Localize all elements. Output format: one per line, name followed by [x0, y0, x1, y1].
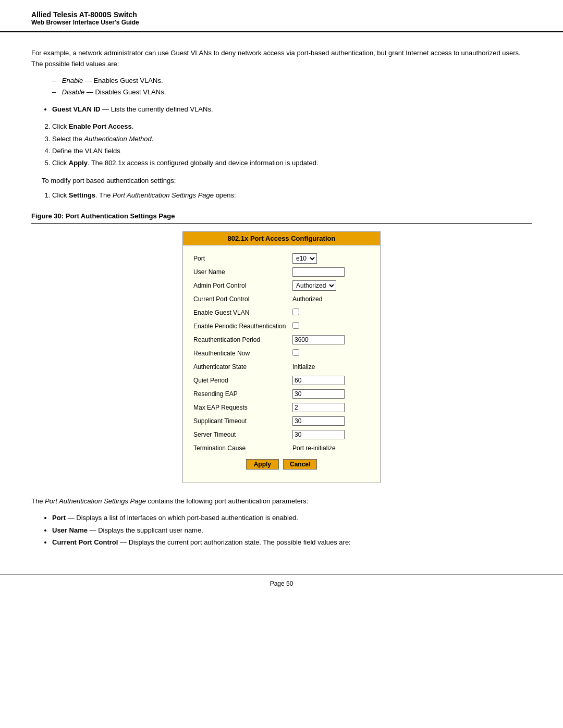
control-current-port-control: Authorized	[292, 295, 370, 303]
control-max-eap[interactable]	[292, 403, 370, 412]
bullet-disable: Disable — Disables Guest VLANs.	[47, 87, 532, 98]
form-row-current-port-control: Current Port Control Authorized	[193, 293, 370, 305]
form-row-max-eap: Max EAP Requests	[193, 402, 370, 413]
current-port-control-value: Authorized	[292, 295, 322, 303]
form-row-quiet-period: Quiet Period	[193, 375, 370, 386]
dot-list-guestvlanid: Guest VLAN ID — Lists the currently defi…	[52, 103, 532, 115]
label-reauth-now: Reauthenticate Now	[193, 350, 292, 357]
page-header: Allied Telesis AT-8000S Switch Web Brows…	[0, 0, 563, 32]
bullet-username: User Name — Displays the supplicant user…	[52, 524, 532, 536]
label-enable-guest-vlan: Enable Guest VLAN	[193, 309, 292, 316]
form-title: 802.1x Port Access Configuration	[183, 232, 380, 245]
label-termination-cause: Termination Cause	[193, 445, 292, 452]
control-resending-eap[interactable]	[292, 389, 370, 399]
form-row-supplicant-timeout: Supplicant Timeout	[193, 415, 370, 427]
modify-step-1: Click Settings. The Port Authentication …	[52, 189, 532, 201]
label-server-timeout: Server Timeout	[193, 431, 292, 438]
form-buttons: Apply Cancel	[193, 459, 370, 470]
form-row-resending-eap: Resending EAP	[193, 388, 370, 400]
quiet-period-input[interactable]	[292, 376, 345, 385]
form-row-admin-port-control: Admin Port Control Authorized	[193, 280, 370, 291]
form-panel: 802.1x Port Access Configuration Port e1…	[182, 231, 381, 483]
auth-state-value: Initialize	[292, 363, 315, 371]
enable-periodic-reauth-checkbox[interactable]	[292, 322, 299, 329]
label-username: User Name	[193, 268, 292, 276]
label-reauth-period: Reauthentication Period	[193, 336, 292, 343]
termination-cause-value: Port re-initialize	[292, 445, 336, 452]
form-container: 802.1x Port Access Configuration Port e1…	[31, 231, 532, 483]
form-row-termination-cause: Termination Cause Port re-initialize	[193, 442, 370, 454]
form-row-enable-periodic-reauth: Enable Periodic Reauthentication	[193, 320, 370, 332]
page-footer: Page 50	[0, 574, 563, 593]
enable-guest-vlan-checkbox[interactable]	[292, 309, 299, 315]
step-2: Click Enable Port Access.	[52, 120, 532, 132]
label-auth-state: Authenticator State	[193, 363, 292, 371]
control-supplicant-timeout[interactable]	[292, 416, 370, 426]
label-supplicant-timeout: Supplicant Timeout	[193, 417, 292, 425]
reauth-period-input[interactable]	[292, 335, 345, 344]
bullet-current-port-control: Current Port Control — Displays the curr…	[52, 536, 532, 548]
supplicant-timeout-input[interactable]	[292, 416, 345, 426]
header-subtitle: Web Browser Interface User's Guide	[31, 19, 532, 26]
resending-eap-input[interactable]	[292, 389, 345, 399]
cancel-button[interactable]: Cancel	[283, 459, 317, 470]
label-quiet-period: Quiet Period	[193, 377, 292, 384]
control-server-timeout[interactable]	[292, 430, 370, 439]
step-5: Click Apply. The 802.1x access is config…	[52, 157, 532, 169]
max-eap-input[interactable]	[292, 403, 345, 412]
label-port: Port	[193, 255, 292, 262]
control-reauth-now[interactable]	[292, 349, 370, 357]
numbered-steps: Click Enable Port Access. Select the Aut…	[31, 120, 532, 169]
control-quiet-period[interactable]	[292, 376, 370, 385]
post-figure-bullets: Port — Displays a list of interfaces on …	[52, 512, 532, 548]
figure-caption: Figure 30: Port Authentication Settings …	[31, 212, 532, 224]
apply-button[interactable]: Apply	[246, 459, 279, 470]
form-row-port: Port e10	[193, 253, 370, 264]
control-username[interactable]	[292, 267, 370, 277]
form-body: Port e10 User Name Admin Po	[183, 245, 380, 475]
form-row-enable-guest-vlan: Enable Guest VLAN	[193, 307, 370, 318]
control-admin-port-control[interactable]: Authorized	[292, 280, 370, 291]
control-enable-guest-vlan[interactable]	[292, 309, 370, 317]
control-auth-state: Initialize	[292, 363, 370, 371]
label-resending-eap: Resending EAP	[193, 390, 292, 398]
control-termination-cause: Port re-initialize	[292, 445, 370, 452]
control-reauth-period[interactable]	[292, 335, 370, 344]
header-title: Allied Telesis AT-8000S Switch	[31, 10, 532, 19]
bullet-enable: Enable — Enables Guest VLANs.	[47, 75, 532, 87]
bullet-list-enable-disable: Enable — Enables Guest VLANs. Disable — …	[47, 75, 532, 98]
control-enable-periodic-reauth[interactable]	[292, 322, 370, 330]
form-row-username: User Name	[193, 266, 370, 278]
bullet-guestvlanid: Guest VLAN ID — Lists the currently defi…	[52, 103, 532, 115]
form-row-reauth-now: Reauthenticate Now	[193, 348, 370, 359]
port-select[interactable]: e10	[292, 253, 317, 264]
form-row-reauth-period: Reauthentication Period	[193, 334, 370, 346]
modify-text: To modify port based authentication sett…	[42, 175, 532, 187]
reauth-now-checkbox[interactable]	[292, 349, 299, 356]
label-admin-port-control: Admin Port Control	[193, 282, 292, 289]
label-enable-periodic-reauth: Enable Periodic Reauthentication	[193, 323, 292, 330]
intro-paragraph: For example, a network administrator can…	[31, 48, 532, 70]
modify-steps: Click Settings. The Port Authentication …	[31, 189, 532, 201]
username-input[interactable]	[292, 267, 345, 277]
label-max-eap: Max EAP Requests	[193, 404, 292, 411]
step-3: Select the Authentication Method.	[52, 133, 532, 145]
admin-port-control-select[interactable]: Authorized	[292, 280, 336, 291]
form-row-server-timeout: Server Timeout	[193, 429, 370, 440]
step-4: Define the VLAN fields	[52, 145, 532, 157]
bullet-port: Port — Displays a list of interfaces on …	[52, 512, 532, 524]
form-row-auth-state: Authenticator State Initialize	[193, 361, 370, 373]
post-figure-intro: The Port Authentication Settings Page co…	[31, 496, 532, 507]
page-content: For example, a network administrator can…	[0, 32, 563, 564]
page-number: Page 50	[270, 580, 293, 587]
server-timeout-input[interactable]	[292, 430, 345, 439]
label-current-port-control: Current Port Control	[193, 295, 292, 303]
control-port[interactable]: e10	[292, 253, 370, 264]
